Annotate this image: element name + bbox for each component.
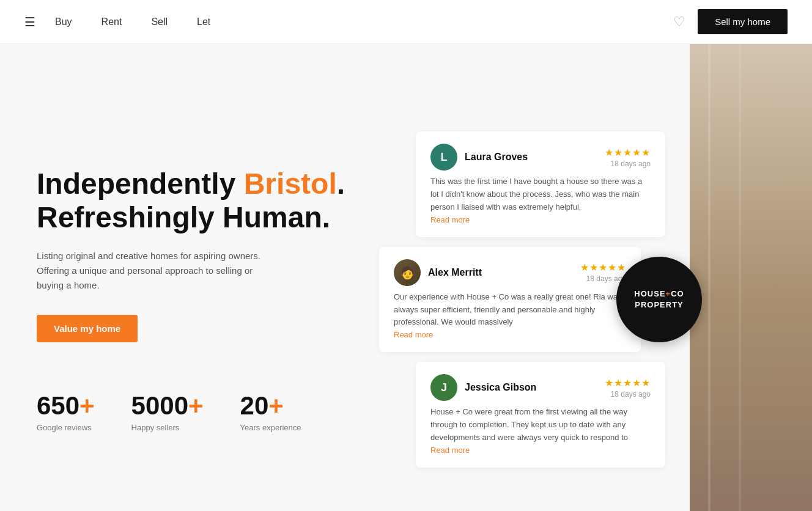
hero-section: Independently Bristol. Refreshingly Huma… — [0, 44, 379, 511]
nav-let[interactable]: Let — [197, 17, 210, 28]
stat-number-reviews: 650+ — [37, 391, 95, 421]
stars-laura: ★★★★★ — [605, 147, 651, 158]
review-text-jessica: House + Co were great from the first vie… — [430, 406, 651, 444]
date-alex: 18 days ago — [580, 274, 626, 283]
stat-years-experience: 20+ Years experience — [240, 391, 301, 432]
logo-text: HOUSE+COPROPERTY — [634, 289, 684, 311]
stat-number-years: 20+ — [240, 391, 301, 421]
review-text-alex: Our experience with House + Co was a rea… — [394, 291, 626, 329]
read-more-laura[interactable]: Read more — [430, 215, 470, 224]
nav-buy[interactable]: Buy — [55, 17, 72, 28]
hero-heading: Independently Bristol. Refreshingly Huma… — [37, 167, 355, 234]
read-more-jessica[interactable]: Read more — [430, 446, 470, 455]
stars-jessica: ★★★★★ — [605, 377, 651, 389]
hero-heading-suffix: . — [337, 167, 345, 200]
bg-strip-texture — [690, 44, 812, 511]
wishlist-icon[interactable]: ♡ — [673, 14, 685, 30]
nav-rent[interactable]: Rent — [102, 17, 122, 28]
avatar-alex: 🧑 — [394, 259, 421, 286]
brand-logo-circle: HOUSE+COPROPERTY — [616, 257, 702, 342]
hero-heading-highlight: Bristol — [244, 167, 337, 200]
stat-label-reviews: Google reviews — [37, 423, 95, 432]
review-card-jessica: J Jessica Gibson ★★★★★ 18 days ago House… — [416, 362, 665, 467]
nav-sell[interactable]: Sell — [151, 17, 168, 28]
hero-heading-line2: Refreshingly Human. — [37, 201, 330, 233]
date-jessica: 18 days ago — [605, 390, 651, 399]
review-card-alex: 🧑 Alex Merritt ★★★★★ 18 days ago Our exp… — [379, 247, 641, 352]
hero-subtext: Listing original and creative homes for … — [37, 249, 281, 293]
review-text-laura: This was the first time I have bought a … — [430, 175, 651, 213]
reviewer-name-alex: Alex Merritt — [428, 267, 482, 278]
stats-row: 650+ Google reviews 5000+ Happy sellers … — [37, 391, 355, 432]
reviewer-name-jessica: Jessica Gibson — [465, 382, 536, 393]
value-my-home-button[interactable]: Value my home — [37, 315, 138, 342]
navbar: ☰ Buy Rent Sell Let ♡ Sell my home — [0, 0, 812, 44]
stat-label-years: Years experience — [240, 423, 301, 432]
hero-heading-prefix: Independently — [37, 167, 244, 200]
stars-alex: ★★★★★ — [580, 262, 626, 273]
stat-label-sellers: Happy sellers — [131, 423, 204, 432]
background-image-strip — [690, 44, 812, 511]
stat-google-reviews: 650+ Google reviews — [37, 391, 95, 432]
stat-number-sellers: 5000+ — [131, 391, 204, 421]
reviewer-name-laura: Laura Groves — [465, 152, 528, 163]
date-laura: 18 days ago — [605, 160, 651, 168]
avatar-laura: L — [430, 144, 457, 171]
stat-happy-sellers: 5000+ Happy sellers — [131, 391, 204, 432]
review-card-laura: L Laura Groves ★★★★★ 18 days ago This wa… — [416, 131, 665, 237]
sell-my-home-button[interactable]: Sell my home — [698, 9, 788, 34]
menu-icon[interactable]: ☰ — [24, 15, 35, 29]
read-more-alex[interactable]: Read more — [394, 330, 433, 339]
avatar-jessica: J — [430, 374, 457, 401]
